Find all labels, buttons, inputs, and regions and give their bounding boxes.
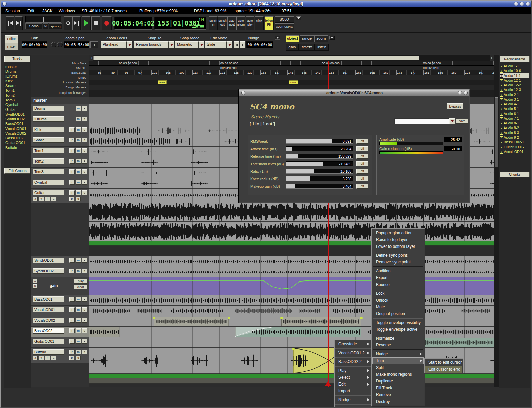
- track-lane[interactable]: [89, 378, 494, 384]
- expand-icon[interactable]: +: [500, 108, 503, 111]
- track-mute-button[interactable]: m: [76, 328, 81, 333]
- track-name-button[interactable]: Cymbal: [33, 180, 64, 185]
- track-lane[interactable]: [89, 316, 494, 327]
- param-automation-off-button[interactable]: off: [356, 176, 368, 181]
- track-name-button[interactable]: SynthOD02: [33, 268, 64, 274]
- menu-item-bassod02-2[interactable]: BassOD02.2: [335, 358, 371, 365]
- preset-dropdown-arrow[interactable]: [449, 118, 455, 124]
- menu-item-crossfade[interactable]: Crossfade: [335, 341, 371, 347]
- track-mute-button[interactable]: m: [76, 180, 81, 185]
- expand-icon[interactable]: +: [500, 70, 503, 73]
- track-lane[interactable]: [89, 256, 494, 267]
- track-solo-button[interactable]: s: [82, 339, 87, 344]
- bypass-button[interactable]: bypass: [447, 103, 463, 109]
- expand-icon[interactable]: +: [500, 89, 503, 92]
- regions-list-item[interactable]: +Audio 3-1: [500, 97, 529, 102]
- track-a-button[interactable]: a: [51, 356, 56, 360]
- location-marker[interactable]: mark: [289, 80, 298, 84]
- track-name-button[interactable]: Tom2: [33, 158, 64, 164]
- track-record-button[interactable]: r: [69, 350, 75, 354]
- track-solo-button[interactable]: s: [82, 269, 87, 273]
- param-automation-off-button[interactable]: off: [356, 184, 368, 189]
- track-mute-button[interactable]: m: [76, 258, 81, 263]
- regions-list-item[interactable]: +Audio 6-1: [500, 112, 529, 116]
- param-slider[interactable]: 3.250: [286, 176, 353, 181]
- regions-list-item[interactable]: +GuitarOD01-: [500, 145, 529, 149]
- regions-list-item[interactable]: +Audio 4-1: [500, 102, 529, 106]
- track-lane[interactable]: [89, 374, 494, 378]
- track-record-button[interactable]: r: [69, 297, 75, 302]
- track-v-button[interactable]: v: [39, 356, 44, 360]
- track-p-button[interactable]: p: [69, 356, 74, 360]
- menu-item-play[interactable]: Play: [335, 367, 371, 374]
- track-mute-button[interactable]: m: [76, 138, 81, 142]
- tracks-list-item[interactable]: Tom3: [5, 98, 30, 102]
- tracks-list-item[interactable]: !Drums: [5, 74, 30, 79]
- track-a-button[interactable]: a: [51, 197, 56, 201]
- track-record-button[interactable]: r: [69, 169, 75, 174]
- save-preset-button[interactable]: save: [456, 119, 468, 124]
- menu-item-destroy[interactable]: Destroy: [372, 398, 424, 405]
- plugin-window-menu-icon[interactable]: [241, 91, 245, 95]
- param-slider[interactable]: -19.485: [286, 161, 353, 166]
- tracks-list-item[interactable]: BassOD01: [5, 122, 30, 126]
- menu-item-lock[interactable]: Lock: [372, 290, 424, 297]
- tracks-list-item[interactable]: VocalsOD02: [5, 131, 30, 136]
- menu-item-export[interactable]: Export: [372, 274, 424, 281]
- plugin-close-icon[interactable]: [464, 91, 468, 95]
- track-mute-button[interactable]: m: [76, 169, 81, 174]
- menu-item-lower-to-bottom-layer[interactable]: Lower to bottom layer: [372, 243, 424, 250]
- track-h-button[interactable]: h: [45, 197, 50, 201]
- regions-list-item[interactable]: +Audio 7-1: [500, 116, 529, 121]
- track-record-button[interactable]: r: [69, 318, 75, 323]
- track-record-button[interactable]: r: [69, 180, 75, 185]
- track-name-button[interactable]: BassOD01: [33, 296, 64, 302]
- track-record-button[interactable]: r: [69, 138, 75, 142]
- tracks-list-item[interactable]: Kick: [5, 79, 30, 83]
- tracks-list-item[interactable]: SynthOD02: [5, 117, 30, 121]
- plugin-minimize-icon[interactable]: [458, 91, 462, 95]
- menu-item-start-to-edit-cursor[interactable]: Start to edit cursor: [425, 359, 462, 366]
- regions-list-item[interactable]: +Audio 12-3: [500, 88, 529, 92]
- expand-icon[interactable]: +: [500, 122, 503, 125]
- expand-icon[interactable]: +: [500, 84, 503, 87]
- track-solo-button[interactable]: s: [82, 138, 87, 142]
- param-automation-off-button[interactable]: off: [356, 169, 368, 174]
- track-name-button[interactable]: GuitarOD01: [33, 339, 64, 344]
- track-p-button[interactable]: p: [69, 197, 74, 201]
- tracks-list-item[interactable]: Snare: [5, 84, 30, 88]
- menu-item-raise-to-top-layer[interactable]: Raise to top layer: [372, 236, 424, 243]
- track-solo-button[interactable]: s: [82, 328, 87, 333]
- track-name-button[interactable]: !Drums: [33, 116, 64, 122]
- regions-list-item[interactable]: +Audio 12-1: [500, 78, 529, 83]
- regions-list-item[interactable]: +Audio 12-2: [500, 83, 529, 87]
- track-name-button[interactable]: VocalsOD01: [33, 307, 64, 312]
- menu-item-define-sync-point[interactable]: Define sync point: [372, 252, 424, 259]
- track-name-button[interactable]: Guitar: [33, 190, 64, 196]
- menu-item-popup-region-editor[interactable]: Popup region editor: [372, 230, 424, 236]
- track-solo-button[interactable]: s: [82, 117, 87, 121]
- track-name-button[interactable]: VocalsOD02: [33, 318, 64, 323]
- tracks-list-item[interactable]: Cymbal: [5, 103, 30, 107]
- menu-item-edit[interactable]: Edit: [335, 381, 371, 388]
- track-v-button[interactable]: v: [39, 197, 44, 201]
- track-record-button[interactable]: r: [69, 190, 75, 195]
- track-x-button[interactable]: x: [33, 197, 38, 201]
- tracks-list-item[interactable]: Buffalo: [5, 146, 30, 150]
- menu-item-remove-sync-point[interactable]: Remove sync point: [372, 259, 424, 266]
- automation-play-button[interactable]: play: [74, 279, 87, 284]
- tracks-list-item[interactable]: VocalsOD01: [5, 126, 30, 131]
- track-name-button[interactable]: Tom3: [33, 169, 64, 174]
- menu-item-fill-track[interactable]: Fill Track: [372, 385, 424, 391]
- track-record-button[interactable]: r: [69, 258, 75, 263]
- menu-item-original-position[interactable]: Original position: [372, 310, 424, 317]
- track-solo-button[interactable]: s: [82, 350, 87, 354]
- menu-item-nudge[interactable]: Nudge: [372, 351, 424, 357]
- track-name-button[interactable]: Snare: [33, 137, 64, 143]
- track-solo-button[interactable]: s: [82, 318, 87, 323]
- track-x-button[interactable]: x: [33, 356, 38, 360]
- track-solo-button[interactable]: s: [82, 169, 87, 174]
- expand-icon[interactable]: +: [500, 113, 503, 116]
- track-lane[interactable]: [89, 337, 494, 348]
- track-solo-button[interactable]: s: [82, 127, 87, 132]
